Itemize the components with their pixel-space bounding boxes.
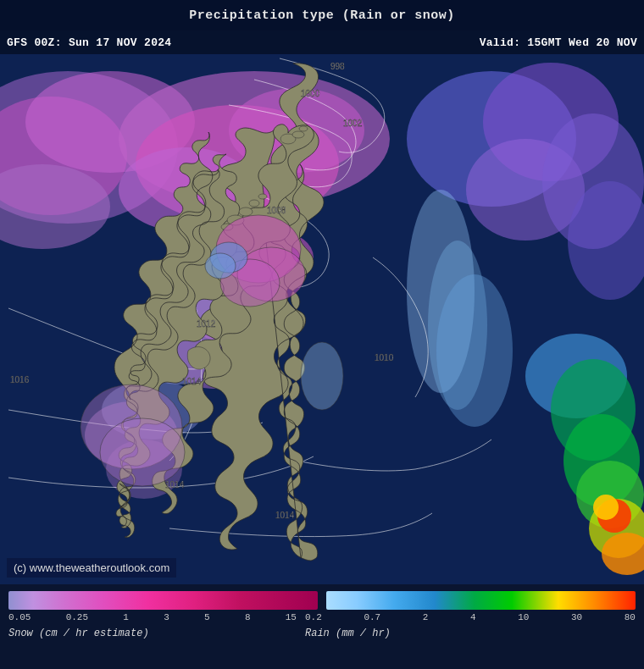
valid-info: Valid: 15GMT Wed 20 NOV (480, 36, 637, 49)
svg-text:1014: 1014 (182, 377, 202, 386)
svg-point-47 (205, 253, 236, 279)
rain-gradient (326, 591, 636, 610)
legend-bar: 0.05 0.25 1 3 5 8 15 0.2 0.7 2 4 10 30 8… (0, 584, 644, 669)
svg-point-50 (301, 342, 343, 410)
snow-legend-label: Snow (cm / hr estimate) (8, 628, 297, 639)
svg-text:998: 998 (330, 62, 345, 71)
info-bar: GFS 00Z: Sun 17 NOV 2024 Valid: 15GMT We… (0, 30, 644, 54)
svg-text:1008: 1008 (267, 206, 286, 215)
svg-text:1014: 1014 (165, 480, 185, 489)
svg-point-41 (292, 131, 304, 138)
watermark: (c) www.theweatheroutlook.com (7, 558, 176, 578)
svg-text:1010: 1010 (375, 353, 394, 362)
weather-map: 998 1000 1002 1008 1012 1014 1014 1016 1… (0, 54, 644, 584)
svg-point-23 (436, 274, 513, 427)
snow-gradient (8, 591, 318, 610)
main-container: Precipitation type (Rain or snow) GFS 00… (0, 0, 644, 669)
chart-title: Precipitation type (Rain or snow) (189, 8, 455, 23)
svg-point-49 (100, 418, 185, 486)
svg-text:1016: 1016 (10, 375, 30, 384)
map-svg: 998 1000 1002 1008 1012 1014 1014 1016 1… (0, 54, 644, 584)
svg-text:1002: 1002 (343, 119, 363, 128)
title-bar: Precipitation type (Rain or snow) (0, 0, 644, 30)
svg-text:1000: 1000 (301, 89, 320, 98)
svg-text:1014: 1014 (275, 511, 295, 520)
rain-scale-labels: 0.2 0.7 2 4 10 30 80 (305, 612, 636, 622)
svg-point-35 (239, 207, 253, 216)
svg-point-39 (258, 194, 267, 199)
snow-scale-labels: 0.05 0.25 1 3 5 8 15 (8, 612, 297, 622)
rain-legend-label: Rain (mm / hr) (305, 628, 636, 639)
svg-point-31 (593, 495, 619, 520)
svg-point-38 (249, 200, 259, 207)
model-info: GFS 00Z: Sun 17 NOV 2024 (7, 36, 171, 49)
svg-text:1012: 1012 (197, 319, 216, 329)
svg-point-42 (299, 126, 308, 131)
